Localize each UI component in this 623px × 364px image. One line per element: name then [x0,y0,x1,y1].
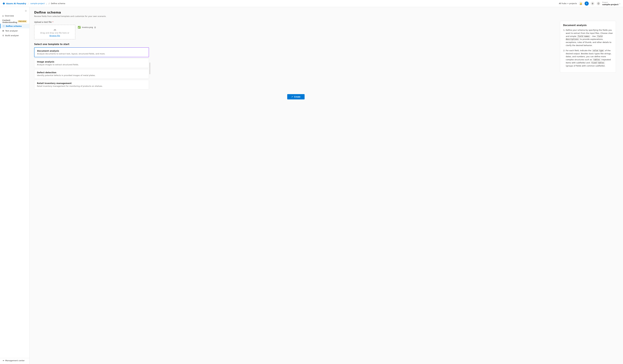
upload-icon: ☁ [53,27,56,31]
template-card-document-analysis[interactable]: Document analysis Analyze documents to e… [34,47,149,57]
help-step-2: For each field, indicate the value type … [566,49,613,67]
required-marker: * [52,21,53,23]
browse-link[interactable]: Browse file [49,35,60,37]
create-bar: ✓ Create [34,94,558,100]
nav-right: All hubs + projects 🔔 1 ⚙ 😊 Project samp… [559,1,621,6]
help-step1-code1: field names [577,35,590,38]
template-title-image: Image analysis [37,61,146,63]
page-title: Define schema [34,11,618,14]
sidebar-item-overview[interactable]: ⌂ Overview [0,13,29,18]
svg-marker-0 [3,2,5,5]
template-title-retail: Retail inventory management [37,82,146,84]
sidebar-item-define-schema[interactable]: ⬡ Define schema [0,24,29,28]
page-subtitle: Review fields from selected template and… [34,15,618,17]
main-content-area: Define schema Review fields from selecte… [29,7,623,364]
sidebar-management-label: Management center [5,360,25,362]
test-analyzer-icon: ⊞ [2,30,4,32]
notification-badge[interactable]: 1 [585,1,589,6]
app-logo[interactable]: Azure AI Foundry [2,2,26,5]
template-card-defect-detection[interactable]: Defect detection Identify potential defe… [34,69,149,79]
help-step1-text-middle: . Use [591,35,596,37]
sidebar-overview-label: Overview [5,15,14,17]
breadcrumb-arrow: ⌄ [46,2,47,5]
sidebar-collapse-button[interactable]: ⊡ [25,9,27,12]
create-button[interactable]: ✓ Create [287,94,305,100]
upload-label: Upload a test file * [34,21,558,23]
help-step2-text-after: (groups of fields with common subfields)… [566,65,605,67]
upload-row: ☁ Drag and drop one file here or Browse … [34,25,558,40]
project-info[interactable]: Project sample-project ⌄ [602,1,621,6]
sidebar-item-management[interactable]: ⇥ Management center [0,358,29,363]
template-card-image-analysis[interactable]: Image analysis Analyze images to extract… [34,58,149,68]
breadcrumb-current: Define schema [51,2,65,4]
main-form: Upload a test file * ☁ Drag and drop one… [34,21,558,100]
user-avatar[interactable]: 😊 [596,1,601,6]
help-step2-code3: fixed tables [590,61,605,64]
template-desc-retail: Retail inventory management for monitori… [37,85,146,87]
help-step-1: Define your schema by specifying the fie… [566,29,613,47]
content-area: Upload a test file * ☁ Drag and drop one… [34,21,618,100]
template-title-document: Document analysis [37,50,146,52]
delete-file-button[interactable]: 🗑 [94,26,96,29]
breadcrumb: sample-project ⌄ / Define schema [30,2,65,5]
help-panel: Document analysis Define your schema by … [560,21,616,73]
uploaded-file-item: ✅ invoice.png 🗑 [75,25,98,30]
preview-badge: PREVIEW [18,20,27,22]
upload-dropzone[interactable]: ☁ Drag and drop one file here or Browse … [34,25,75,40]
sidebar-section-label: Content Understanding [2,19,18,23]
define-schema-icon: ⬡ [3,25,4,27]
build-analyzer-icon: ⊙ [2,34,4,37]
settings-icon[interactable]: ⚙ [590,1,595,6]
sidebar: ⊡ ⌂ Overview Content Understanding PREVI… [0,7,29,364]
template-title-defect: Defect detection [37,71,146,74]
help-step2-text-before: For each field, indicate the [566,49,591,52]
sidebar-section-content: Content Understanding PREVIEW [0,18,29,24]
sidebar-define-schema-label: Define schema [6,25,22,27]
top-navigation: Azure AI Foundry / sample-project ⌄ / De… [0,0,623,7]
help-panel-title: Document analysis [563,24,613,27]
template-desc-defect: Identify potential defects in provided i… [37,74,146,77]
template-section-label: Select one template to start [34,43,558,46]
templates-list: Document analysis Analyze documents to e… [34,47,149,89]
template-card-retail-inventory[interactable]: Retail inventory management Retail inven… [34,80,149,89]
breadcrumb-sep1: / [28,2,29,5]
sidebar-item-test-analyzer[interactable]: ⊞ Test analyzer [0,28,29,33]
project-chevron[interactable]: ⌄ [619,2,621,4]
page-layout: ⊡ ⌂ Overview Content Understanding PREVI… [0,7,623,364]
breadcrumb-sep2: / [49,2,49,4]
sidebar-bottom: ⇥ Management center [0,358,29,363]
all-hubs-link[interactable]: All hubs + projects [559,2,577,4]
overview-icon: ⌂ [2,15,4,17]
template-desc-document: Analyze documents to extract text, layou… [37,53,146,55]
uploaded-filename: invoice.png [82,26,93,28]
breadcrumb-project[interactable]: sample-project [30,2,44,4]
help-step2-code1: value type [592,49,604,52]
sidebar-collapse-area: ⊡ [0,8,29,13]
project-label: Project [602,1,619,3]
scrollbar-indicator[interactable] [150,62,150,74]
file-success-icon: ✅ [78,26,81,29]
template-desc-image: Analyze images to extract structured fie… [37,63,146,66]
project-name: sample-project [602,3,619,6]
sidebar-test-analyzer-label: Test analyzer [5,30,18,32]
dropzone-text: Drag and drop one file here or [40,32,69,34]
management-icon: ⇥ [2,359,4,362]
sidebar-item-build-analyzer[interactable]: ⊙ Build analyzer [0,33,29,38]
create-checkmark-icon: ✓ [291,96,293,98]
help-panel-list: Define your schema by specifying the fie… [563,29,613,67]
sidebar-build-analyzer-label: Build analyzer [5,34,19,37]
bell-icon[interactable]: 🔔 [579,1,583,6]
help-step2-code2: tables [593,58,601,61]
create-button-label: Create [294,96,300,98]
app-name: Azure AI Foundry [6,2,26,5]
